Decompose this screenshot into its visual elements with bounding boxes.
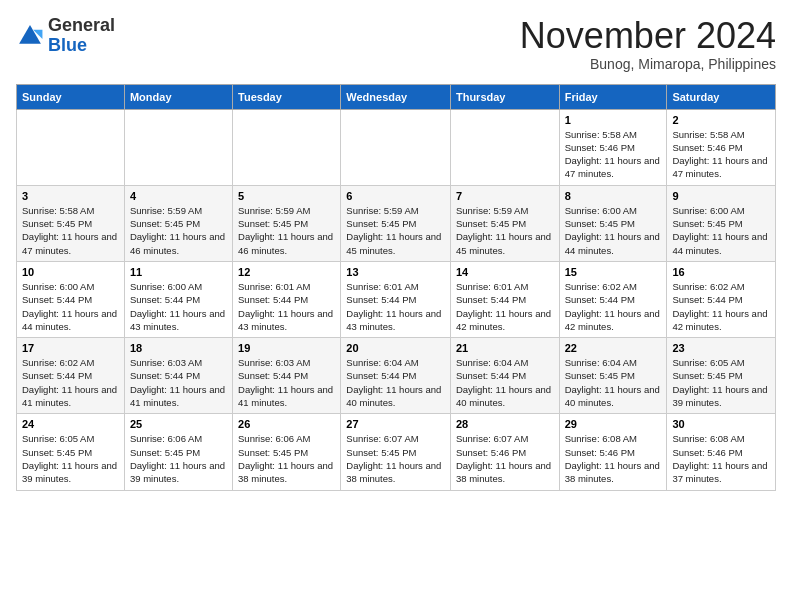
calendar-cell: 27Sunrise: 6:07 AMSunset: 5:45 PMDayligh… (341, 414, 451, 490)
day-info: Sunrise: 6:02 AMSunset: 5:44 PMDaylight:… (672, 280, 770, 333)
calendar-cell: 15Sunrise: 6:02 AMSunset: 5:44 PMDayligh… (559, 261, 667, 337)
day-number: 16 (672, 266, 770, 278)
calendar-cell: 11Sunrise: 6:00 AMSunset: 5:44 PMDayligh… (124, 261, 232, 337)
calendar-cell: 5Sunrise: 5:59 AMSunset: 5:45 PMDaylight… (233, 185, 341, 261)
day-info: Sunrise: 5:59 AMSunset: 5:45 PMDaylight:… (456, 204, 554, 257)
day-info: Sunrise: 6:01 AMSunset: 5:44 PMDaylight:… (346, 280, 445, 333)
weekday-header: Wednesday (341, 84, 451, 109)
calendar-cell: 25Sunrise: 6:06 AMSunset: 5:45 PMDayligh… (124, 414, 232, 490)
day-number: 18 (130, 342, 227, 354)
weekday-header-row: SundayMondayTuesdayWednesdayThursdayFrid… (17, 84, 776, 109)
calendar-cell: 16Sunrise: 6:02 AMSunset: 5:44 PMDayligh… (667, 261, 776, 337)
day-info: Sunrise: 6:01 AMSunset: 5:44 PMDaylight:… (238, 280, 335, 333)
calendar-cell: 23Sunrise: 6:05 AMSunset: 5:45 PMDayligh… (667, 338, 776, 414)
day-number: 15 (565, 266, 662, 278)
calendar-cell: 14Sunrise: 6:01 AMSunset: 5:44 PMDayligh… (450, 261, 559, 337)
day-info: Sunrise: 6:00 AMSunset: 5:44 PMDaylight:… (130, 280, 227, 333)
day-info: Sunrise: 6:07 AMSunset: 5:46 PMDaylight:… (456, 432, 554, 485)
calendar-cell: 17Sunrise: 6:02 AMSunset: 5:44 PMDayligh… (17, 338, 125, 414)
title-block: November 2024 Bunog, Mimaropa, Philippin… (520, 16, 776, 72)
calendar-cell: 26Sunrise: 6:06 AMSunset: 5:45 PMDayligh… (233, 414, 341, 490)
calendar-cell: 24Sunrise: 6:05 AMSunset: 5:45 PMDayligh… (17, 414, 125, 490)
day-number: 14 (456, 266, 554, 278)
day-number: 23 (672, 342, 770, 354)
calendar-week-row: 1Sunrise: 5:58 AMSunset: 5:46 PMDaylight… (17, 109, 776, 185)
day-number: 30 (672, 418, 770, 430)
day-number: 17 (22, 342, 119, 354)
calendar-cell: 8Sunrise: 6:00 AMSunset: 5:45 PMDaylight… (559, 185, 667, 261)
day-info: Sunrise: 6:04 AMSunset: 5:44 PMDaylight:… (456, 356, 554, 409)
calendar-cell (124, 109, 232, 185)
calendar-cell (450, 109, 559, 185)
day-number: 6 (346, 190, 445, 202)
day-info: Sunrise: 6:00 AMSunset: 5:45 PMDaylight:… (565, 204, 662, 257)
calendar-week-row: 3Sunrise: 5:58 AMSunset: 5:45 PMDaylight… (17, 185, 776, 261)
day-info: Sunrise: 6:04 AMSunset: 5:45 PMDaylight:… (565, 356, 662, 409)
day-info: Sunrise: 5:59 AMSunset: 5:45 PMDaylight:… (238, 204, 335, 257)
day-number: 13 (346, 266, 445, 278)
calendar-cell: 1Sunrise: 5:58 AMSunset: 5:46 PMDaylight… (559, 109, 667, 185)
day-number: 1 (565, 114, 662, 126)
day-info: Sunrise: 6:08 AMSunset: 5:46 PMDaylight:… (672, 432, 770, 485)
calendar-cell (341, 109, 451, 185)
day-info: Sunrise: 6:03 AMSunset: 5:44 PMDaylight:… (238, 356, 335, 409)
day-info: Sunrise: 6:07 AMSunset: 5:45 PMDaylight:… (346, 432, 445, 485)
calendar-cell: 19Sunrise: 6:03 AMSunset: 5:44 PMDayligh… (233, 338, 341, 414)
calendar-table: SundayMondayTuesdayWednesdayThursdayFrid… (16, 84, 776, 491)
weekday-header: Thursday (450, 84, 559, 109)
day-info: Sunrise: 6:08 AMSunset: 5:46 PMDaylight:… (565, 432, 662, 485)
calendar-cell: 30Sunrise: 6:08 AMSunset: 5:46 PMDayligh… (667, 414, 776, 490)
svg-marker-0 (19, 25, 41, 44)
calendar-cell: 29Sunrise: 6:08 AMSunset: 5:46 PMDayligh… (559, 414, 667, 490)
calendar-cell: 13Sunrise: 6:01 AMSunset: 5:44 PMDayligh… (341, 261, 451, 337)
day-number: 5 (238, 190, 335, 202)
day-number: 4 (130, 190, 227, 202)
calendar-cell: 22Sunrise: 6:04 AMSunset: 5:45 PMDayligh… (559, 338, 667, 414)
calendar-cell: 4Sunrise: 5:59 AMSunset: 5:45 PMDaylight… (124, 185, 232, 261)
calendar-cell: 6Sunrise: 5:59 AMSunset: 5:45 PMDaylight… (341, 185, 451, 261)
page-header: General Blue November 2024 Bunog, Mimaro… (16, 16, 776, 72)
weekday-header: Saturday (667, 84, 776, 109)
logo-general-text: General (48, 15, 115, 35)
day-info: Sunrise: 5:59 AMSunset: 5:45 PMDaylight:… (130, 204, 227, 257)
calendar-cell: 7Sunrise: 5:59 AMSunset: 5:45 PMDaylight… (450, 185, 559, 261)
calendar-cell: 28Sunrise: 6:07 AMSunset: 5:46 PMDayligh… (450, 414, 559, 490)
day-number: 25 (130, 418, 227, 430)
day-number: 11 (130, 266, 227, 278)
day-number: 7 (456, 190, 554, 202)
calendar-week-row: 10Sunrise: 6:00 AMSunset: 5:44 PMDayligh… (17, 261, 776, 337)
day-number: 10 (22, 266, 119, 278)
day-number: 20 (346, 342, 445, 354)
day-info: Sunrise: 6:02 AMSunset: 5:44 PMDaylight:… (565, 280, 662, 333)
day-info: Sunrise: 6:03 AMSunset: 5:44 PMDaylight:… (130, 356, 227, 409)
day-number: 3 (22, 190, 119, 202)
day-info: Sunrise: 6:02 AMSunset: 5:44 PMDaylight:… (22, 356, 119, 409)
day-info: Sunrise: 6:00 AMSunset: 5:45 PMDaylight:… (672, 204, 770, 257)
day-info: Sunrise: 6:06 AMSunset: 5:45 PMDaylight:… (238, 432, 335, 485)
day-info: Sunrise: 5:58 AMSunset: 5:46 PMDaylight:… (672, 128, 770, 181)
month-title: November 2024 (520, 16, 776, 56)
day-info: Sunrise: 5:58 AMSunset: 5:45 PMDaylight:… (22, 204, 119, 257)
day-number: 9 (672, 190, 770, 202)
day-info: Sunrise: 6:00 AMSunset: 5:44 PMDaylight:… (22, 280, 119, 333)
weekday-header: Sunday (17, 84, 125, 109)
day-info: Sunrise: 5:58 AMSunset: 5:46 PMDaylight:… (565, 128, 662, 181)
day-number: 12 (238, 266, 335, 278)
day-number: 26 (238, 418, 335, 430)
calendar-cell: 18Sunrise: 6:03 AMSunset: 5:44 PMDayligh… (124, 338, 232, 414)
day-number: 29 (565, 418, 662, 430)
day-number: 2 (672, 114, 770, 126)
logo: General Blue (16, 16, 115, 56)
logo-icon (16, 22, 44, 50)
calendar-cell: 20Sunrise: 6:04 AMSunset: 5:44 PMDayligh… (341, 338, 451, 414)
calendar-cell (17, 109, 125, 185)
calendar-cell: 12Sunrise: 6:01 AMSunset: 5:44 PMDayligh… (233, 261, 341, 337)
calendar-week-row: 17Sunrise: 6:02 AMSunset: 5:44 PMDayligh… (17, 338, 776, 414)
day-info: Sunrise: 5:59 AMSunset: 5:45 PMDaylight:… (346, 204, 445, 257)
weekday-header: Monday (124, 84, 232, 109)
day-info: Sunrise: 6:01 AMSunset: 5:44 PMDaylight:… (456, 280, 554, 333)
day-info: Sunrise: 6:06 AMSunset: 5:45 PMDaylight:… (130, 432, 227, 485)
day-info: Sunrise: 6:05 AMSunset: 5:45 PMDaylight:… (672, 356, 770, 409)
calendar-cell: 9Sunrise: 6:00 AMSunset: 5:45 PMDaylight… (667, 185, 776, 261)
calendar-cell: 21Sunrise: 6:04 AMSunset: 5:44 PMDayligh… (450, 338, 559, 414)
